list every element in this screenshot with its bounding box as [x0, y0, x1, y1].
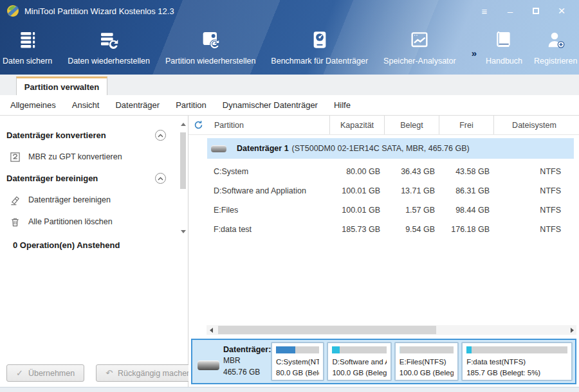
scroll-left-arrow-icon[interactable] — [207, 325, 216, 335]
table-row[interactable]: E:Files 100.01 GB 1.57 GB 98.44 GB NTFS — [207, 200, 574, 220]
partition-label: C:System(NT — [276, 357, 319, 368]
trash-icon — [9, 216, 21, 227]
sidebar-scroll-region: Datenträger konvertieren MBR zu GPT konv… — [0, 116, 188, 250]
toolbar: Daten sichern Daten wiederherstellen — [0, 22, 579, 73]
partition-info: 80.0 GB (Bele — [276, 368, 319, 379]
table-row[interactable]: F:data test 185.73 GB 9.54 GB 176.18 GB … — [207, 220, 574, 239]
manual-book-icon — [493, 27, 515, 53]
toolbar-overflow-chevron[interactable]: » — [472, 48, 477, 58]
usage-bar — [466, 346, 567, 353]
disk-map-disk-text: Datenträger:1 MBR 465.76 GB — [223, 344, 275, 378]
toolbar-label: Speicher-Analysator — [383, 57, 456, 66]
partition-label: F:data test(NTFS) — [466, 357, 567, 368]
disk-name: Datenträger 1 — [237, 144, 289, 153]
toolbar-item-daten-wiederherstellen[interactable]: Daten wiederherstellen — [68, 27, 150, 66]
scroll-down-arrow-icon[interactable] — [179, 228, 187, 235]
collapse-button[interactable] — [155, 130, 166, 141]
toolbar-label: Registrieren — [534, 57, 577, 66]
sidebar-item-mbr-zu-gpt[interactable]: MBR zu GPT konvertieren — [9, 151, 166, 163]
convert-mbr-gpt-icon — [9, 151, 21, 163]
minimize-button[interactable]: – — [502, 4, 519, 18]
hard-disk-icon — [211, 145, 226, 152]
toolbar-item-handbuch[interactable]: Handbuch — [486, 27, 522, 66]
menu-dynamischer-datentraeger[interactable]: Dynamischer Datenträger — [216, 97, 324, 113]
usage-bar-fill — [466, 346, 472, 353]
partition-info: 100.0 GB (Belegt: — [400, 368, 454, 379]
tab-label: Partition verwalten — [24, 82, 99, 92]
scrollbar-thumb[interactable] — [180, 132, 186, 189]
menu-allgemeines[interactable]: Allgemeines — [4, 97, 62, 113]
disk-map-partition-e[interactable]: E:Files(NTFS) 100.0 GB (Belegt: — [394, 342, 459, 381]
disk-map-partition-c[interactable]: C:System(NT 80.0 GB (Bele — [271, 342, 324, 381]
column-header-dateisystem[interactable]: Dateisystem — [494, 116, 574, 134]
table-row[interactable]: D:Software and Appliation 100.01 GB 13.7… — [207, 181, 574, 200]
check-icon: ✓ — [16, 368, 23, 378]
window-controls: ≡ – × — [476, 4, 573, 18]
table-row[interactable]: C:System 80.00 GB 36.43 GB 43.58 GB NTFS — [207, 162, 574, 181]
toolbar-label: Daten sichern — [3, 57, 52, 66]
main-panel: Partition Kapazität Belegt Frei Dateisys… — [188, 116, 579, 387]
toolbar-label: Daten wiederherstellen — [68, 57, 150, 66]
sidebar-item-alle-partitionen-loeschen[interactable]: Alle Partitionen löschen — [9, 216, 166, 227]
scrollbar-thumb[interactable] — [218, 326, 436, 334]
column-header-belegt[interactable]: Belegt — [385, 116, 439, 134]
cell-free: 43.58 GB — [439, 167, 493, 176]
menu-datentraeger[interactable]: Datenträger — [109, 97, 166, 113]
column-header-frei[interactable]: Frei — [439, 116, 494, 134]
toolbar-item-benchmark[interactable]: Benchmark für Datenträger — [271, 27, 368, 66]
sidebar-scrollbar[interactable] — [179, 121, 187, 235]
apply-button[interactable]: ✓ Übernehmen — [6, 364, 84, 382]
scroll-right-arrow-icon[interactable] — [567, 325, 576, 335]
close-button[interactable]: × — [553, 4, 570, 18]
cell-partition: E:Files — [207, 206, 329, 215]
restore-data-icon — [98, 27, 120, 53]
column-header-kapazitaet[interactable]: Kapazität — [330, 116, 385, 134]
tab-partition-verwalten[interactable]: Partition verwalten — [16, 76, 107, 95]
horizontal-scrollbar[interactable] — [207, 325, 576, 335]
column-header-partition[interactable]: Partition — [208, 116, 330, 134]
app-header: MiniTool Partition Wizard Kostenlos 12.3… — [0, 0, 579, 75]
undo-button[interactable]: ↶ Rückgängig machen — [96, 364, 201, 382]
sidebar-item-datentraeger-bereinigen[interactable]: Datenträger bereinigen — [9, 194, 166, 206]
cell-used: 1.57 GB — [384, 206, 439, 215]
disk-map-partition-d[interactable]: D:Software and A 100.0 GB (Belegt: — [327, 342, 391, 381]
eraser-icon — [9, 194, 21, 206]
toolbar-label: Benchmark für Datenträger — [271, 57, 368, 66]
cell-filesystem: NTFS — [493, 167, 574, 176]
toolbar-item-daten-sichern[interactable]: Daten sichern — [3, 27, 52, 66]
usage-bar-fill — [400, 346, 401, 353]
disk-benchmark-icon — [309, 27, 331, 53]
cell-used: 13.71 GB — [384, 186, 439, 195]
cell-capacity: 80.00 GB — [329, 167, 384, 176]
refresh-icon[interactable] — [188, 116, 208, 134]
disk-map-disk-label[interactable]: Datenträger:1 MBR 465.76 GB — [194, 341, 270, 382]
cell-capacity: 100.01 GB — [329, 186, 384, 195]
chevron-up-icon — [158, 177, 163, 181]
sidebar-group-clean: Datenträger bereinigen — [6, 173, 166, 184]
window-menu-button[interactable]: ≡ — [476, 4, 493, 18]
scroll-up-arrow-icon[interactable] — [179, 121, 187, 128]
menu-ansicht[interactable]: Ansicht — [66, 97, 106, 113]
undo-arrow-icon: ↶ — [106, 368, 113, 378]
menu-hilfe[interactable]: Hilfe — [327, 97, 357, 113]
toolbar-item-speicher-analysator[interactable]: Speicher-Analysator — [383, 27, 456, 66]
collapse-button[interactable] — [155, 173, 166, 184]
scrollbar-track[interactable] — [216, 326, 567, 334]
menubar: Allgemeines Ansicht Datenträger Partitio… — [0, 95, 579, 116]
chevron-up-icon — [158, 134, 163, 138]
cell-capacity: 185.73 GB — [329, 225, 384, 234]
disk-map-partition-f[interactable]: F:data test(NTFS) 185.7 GB (Belegt: 5%) — [461, 342, 573, 381]
toolbar-item-partition-wiederherstellen[interactable]: Partition wiederherstellen — [165, 27, 255, 66]
sidebar-item-label: Datenträger bereinigen — [28, 195, 111, 204]
maximize-icon — [533, 8, 539, 14]
menu-partition[interactable]: Partition — [169, 97, 213, 113]
toolbar-item-registrieren[interactable]: Registrieren — [534, 27, 577, 66]
sidebar: Datenträger konvertieren MBR zu GPT konv… — [0, 116, 188, 387]
usage-bar — [276, 346, 319, 353]
partition-label: D:Software and A — [332, 357, 386, 368]
maximize-button[interactable] — [528, 4, 544, 18]
cell-used: 9.54 GB — [384, 225, 439, 234]
sidebar-group-convert: Datenträger konvertieren — [6, 130, 166, 141]
disk-header-row[interactable]: Datenträger 1 (ST500DM0 02-1ER14C SATA, … — [207, 138, 574, 159]
pending-operations-status: 0 Operation(en) Anstehend — [13, 240, 166, 250]
